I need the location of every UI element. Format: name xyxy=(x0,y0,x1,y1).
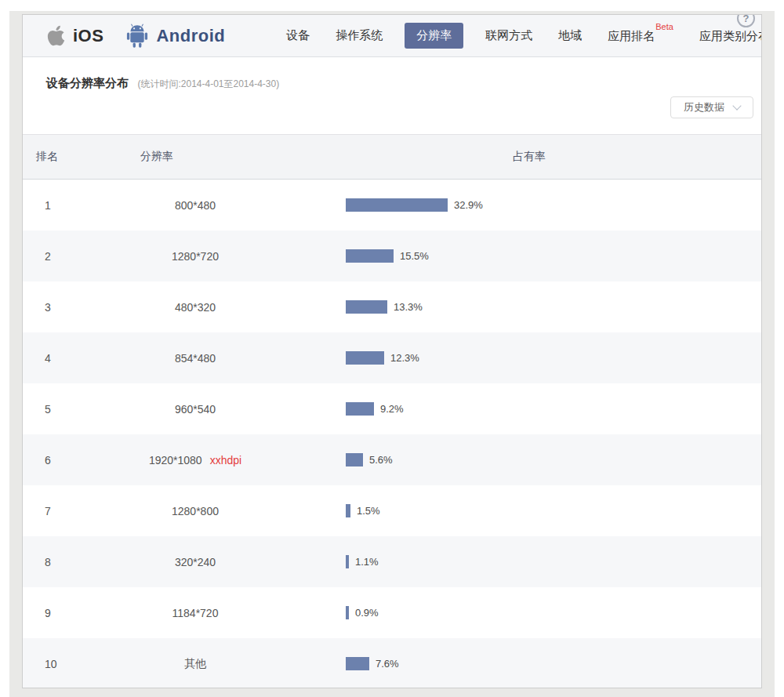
rank-cell: 10 xyxy=(23,658,93,670)
nav-item-label: 操作系统 xyxy=(336,28,383,42)
share-bar xyxy=(346,300,387,314)
platform-label-android: Android xyxy=(156,26,225,46)
rank-cell: 8 xyxy=(23,556,93,568)
apple-icon xyxy=(46,24,66,47)
platform-switcher: iOS xyxy=(46,23,225,49)
share-label: 1.5% xyxy=(357,505,380,517)
column-header-resolution: 分辨率 xyxy=(93,150,297,164)
column-header-share: 占有率 xyxy=(297,150,761,164)
share-bar xyxy=(346,504,350,517)
table-row: 2 1280*720 15.5% xyxy=(23,231,761,281)
platform-label-ios: iOS xyxy=(73,26,103,46)
nav-item-network[interactable]: 联网方式 xyxy=(485,28,532,43)
share-cell: 0.9% xyxy=(297,606,761,619)
share-cell: 15.5% xyxy=(297,249,761,263)
table-row: 3 480*320 13.3% xyxy=(23,281,761,332)
share-label: 15.5% xyxy=(400,250,429,262)
nav-item-label: 分辨率 xyxy=(416,28,452,42)
rank-cell: 6 xyxy=(23,454,93,466)
resolution-cell: 其他 xyxy=(93,657,297,671)
share-label: 9.2% xyxy=(380,403,404,415)
share-bar xyxy=(346,453,363,466)
stats-period: (统计时间:2014-4-01至2014-4-30) xyxy=(137,78,279,89)
share-label: 32.9% xyxy=(454,199,483,211)
content-card: iOS xyxy=(22,14,762,688)
share-cell: 12.3% xyxy=(297,351,761,365)
resolution-note: xxhdpi xyxy=(210,454,241,466)
resolution-cell: 960*540 xyxy=(93,403,297,416)
rank-cell: 9 xyxy=(23,607,93,619)
nav-item-app-ranking[interactable]: 应用排名Beta xyxy=(608,27,673,44)
resolution-value: 其他 xyxy=(184,657,206,670)
resolution-value: 320*240 xyxy=(175,556,216,568)
share-bar xyxy=(346,249,394,263)
table-row: 5 960*540 9.2% xyxy=(23,383,761,434)
table-row: 10 其他 7.6% xyxy=(23,638,761,688)
table-row: 7 1280*800 1.5% xyxy=(23,485,761,536)
resolution-value: 1920*1080 xyxy=(149,454,202,466)
column-header-rank: 排名 xyxy=(23,150,93,164)
page-title: 设备分辨率分布 xyxy=(46,76,129,89)
resolution-cell: 854*480 xyxy=(93,352,297,365)
share-cell: 13.3% xyxy=(297,300,761,314)
share-bar xyxy=(346,198,448,212)
history-data-dropdown[interactable]: 历史数据 xyxy=(670,96,753,118)
share-bar xyxy=(346,657,369,670)
table-row: 1 800*480 32.9% xyxy=(23,180,761,231)
nav-item-os[interactable]: 操作系统 xyxy=(336,28,383,43)
nav-item-region[interactable]: 地域 xyxy=(558,28,582,43)
resolution-value: 1280*720 xyxy=(172,250,219,263)
share-cell: 9.2% xyxy=(297,402,761,416)
table-header: 排名 分辨率 占有率 xyxy=(23,134,761,180)
rank-cell: 3 xyxy=(23,301,93,314)
nav-item-devices[interactable]: 设备 xyxy=(286,28,310,43)
table-row: 4 854*480 12.3% xyxy=(23,332,761,383)
resolution-value: 854*480 xyxy=(175,352,216,365)
platform-tab-android[interactable]: Android xyxy=(125,23,225,49)
resolution-cell: 480*320 xyxy=(93,301,297,314)
resolution-cell: 1920*1080xxhdpi xyxy=(93,454,297,466)
resolution-value: 960*540 xyxy=(175,403,216,416)
rank-cell: 7 xyxy=(23,505,93,517)
resolution-cell: 1280*720 xyxy=(93,250,297,263)
table-body: 1 800*480 32.9% 2 1280*720 15.5% 3 480*3… xyxy=(23,180,761,688)
top-navbar: iOS xyxy=(23,15,761,57)
rank-cell: 1 xyxy=(23,199,93,212)
platform-tab-ios[interactable]: iOS xyxy=(46,24,103,47)
share-cell: 1.5% xyxy=(297,504,761,517)
resolution-value: 1280*800 xyxy=(172,505,219,517)
share-bar xyxy=(346,555,349,568)
rank-cell: 2 xyxy=(23,250,93,263)
share-bar xyxy=(346,402,374,416)
title-section: 设备分辨率分布 (统计时间:2014-4-01至2014-4-30) 历史数据 xyxy=(23,57,761,134)
share-bar xyxy=(346,351,384,365)
share-label: 13.3% xyxy=(394,301,423,313)
rank-cell: 5 xyxy=(23,403,93,416)
nav-item-label: 应用排名 xyxy=(608,29,655,42)
nav-item-label: 设备 xyxy=(286,28,310,42)
beta-badge: Beta xyxy=(655,22,673,31)
resolution-value: 480*320 xyxy=(175,301,216,314)
share-label: 5.6% xyxy=(369,454,393,466)
resolution-value: 1184*720 xyxy=(172,607,219,619)
share-label: 0.9% xyxy=(355,607,379,619)
share-label: 7.6% xyxy=(376,658,399,670)
nav-item-label: 地域 xyxy=(558,28,582,42)
resolution-cell: 1184*720 xyxy=(93,607,297,619)
nav-item-label: 应用类别分布 xyxy=(699,29,762,42)
share-cell: 7.6% xyxy=(297,657,761,670)
resolution-cell: 1280*800 xyxy=(93,505,297,517)
share-label: 12.3% xyxy=(390,352,419,364)
chevron-down-icon xyxy=(732,101,741,110)
share-label: 1.1% xyxy=(355,556,379,568)
share-cell: 32.9% xyxy=(297,198,761,212)
table-row: 8 320*240 1.1% xyxy=(23,536,761,587)
nav-item-app-category-distribution[interactable]: 应用类别分布Beta xyxy=(699,27,762,44)
table-row: 9 1184*720 0.9% xyxy=(23,587,761,638)
nav-item-resolution[interactable]: 分辨率 xyxy=(405,23,463,49)
rank-cell: 4 xyxy=(23,352,93,365)
nav-item-label: 联网方式 xyxy=(485,28,532,42)
resolution-value: 800*480 xyxy=(175,199,216,212)
section-nav: 设备操作系统分辨率联网方式地域应用排名Beta应用类别分布Beta xyxy=(286,23,762,49)
android-icon xyxy=(125,23,149,49)
